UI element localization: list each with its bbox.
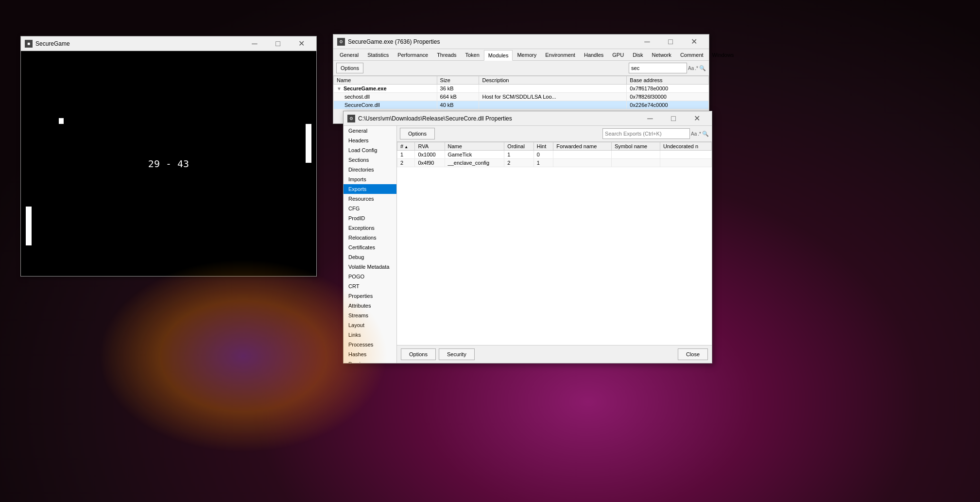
ph-search-go-icon[interactable]: 🔍	[699, 65, 706, 71]
export-ordinal: 2	[504, 159, 533, 167]
col-rva[interactable]: RVA	[415, 142, 445, 151]
export-undecorated	[660, 151, 711, 159]
expand-arrow-icon: ▼	[337, 86, 342, 91]
sidebar-item-attributes[interactable]: Attributes	[344, 301, 396, 311]
sc-footer-security-button[interactable]: Security	[439, 348, 475, 360]
ph-minimize-button[interactable]: ─	[636, 35, 658, 49]
module-base-address: 0x7ff6178e0000	[627, 85, 709, 93]
ph-window-controls: ─ □ ✕	[636, 35, 705, 49]
sidebar-item-streams[interactable]: Streams	[344, 311, 396, 320]
tab-memory[interactable]: Memory	[513, 50, 541, 60]
module-description	[479, 85, 627, 93]
sidebar-item-load-config[interactable]: Load Config	[344, 145, 396, 155]
game-minimize-button[interactable]: ─	[243, 36, 266, 51]
col-symbol-name[interactable]: Symbol name	[611, 142, 660, 151]
sc-exports-table: # RVA Name Ordinal Hint Forwarded name S…	[397, 142, 712, 167]
sidebar-item-pogo[interactable]: POGO	[344, 272, 396, 281]
sidebar-item-properties[interactable]: Properties	[344, 291, 396, 301]
sidebar-item-volatile-metadata[interactable]: Volatile Metadata	[344, 262, 396, 272]
sidebar-item-debug[interactable]: Debug	[344, 252, 396, 262]
ph-search-input[interactable]	[629, 63, 687, 73]
col-size[interactable]: Size	[437, 76, 479, 85]
game-restore-button[interactable]: □	[267, 36, 289, 51]
col-undecorated[interactable]: Undecorated n	[660, 142, 711, 151]
game-close-button[interactable]: ✕	[290, 36, 312, 51]
ph-options-button[interactable]: Options	[336, 63, 363, 73]
sc-minimize-button[interactable]: ─	[639, 111, 661, 126]
export-hint: 0	[533, 151, 553, 159]
table-row[interactable]: SecureCore.dll 40 kB 0x226e74c0000	[334, 101, 709, 109]
sidebar-item-cfg[interactable]: CFG	[344, 204, 396, 213]
sidebar-item-sections[interactable]: Sections	[344, 155, 396, 165]
sc-footer-close-button[interactable]: Close	[678, 348, 708, 360]
ph-restore-button[interactable]: □	[659, 35, 682, 49]
sidebar-item-hashes[interactable]: Hashes	[344, 349, 396, 359]
game-score: 29 - 43	[148, 158, 189, 170]
securecore-properties-window: ⚙ C:\Users\vm\Downloads\Release\SecureCo…	[343, 111, 712, 364]
col-ordinal[interactable]: Ordinal	[504, 142, 533, 151]
sc-footer-options-button[interactable]: Options	[401, 348, 436, 360]
tab-gpu[interactable]: GPU	[608, 50, 628, 60]
tab-statistics[interactable]: Statistics	[363, 50, 393, 60]
sidebar-item-relocations[interactable]: Relocations	[344, 233, 396, 242]
module-name: sechost.dll	[344, 94, 370, 100]
tab-modules[interactable]: Modules	[484, 50, 513, 61]
game-window: ■ SecureGame ─ □ ✕ 29 - 43	[20, 36, 317, 277]
sidebar-item-general[interactable]: General	[344, 126, 396, 136]
tab-network[interactable]: Network	[648, 50, 676, 60]
ph-toolbar: Options Aa .* 🔍	[333, 61, 709, 76]
table-row[interactable]: sechost.dll 664 kB Host for SCM/SDDL/LSA…	[334, 93, 709, 101]
sc-titlebar: ⚙ C:\Users\vm\Downloads\Release\SecureCo…	[344, 111, 712, 126]
col-name[interactable]: Name	[445, 142, 504, 151]
tab-windows[interactable]: Windows	[708, 50, 739, 60]
table-row[interactable]: 1 0x1000 GameTick 1 0	[397, 151, 712, 159]
table-row[interactable]: 2 0x4f90 __enclave_config 2 1	[397, 159, 712, 167]
sidebar-item-certificates[interactable]: Certificates	[344, 242, 396, 252]
sc-options-button[interactable]: Options	[400, 128, 435, 139]
table-row[interactable]: ▼ SecureGame.exe 36 kB 0x7ff6178e0000	[334, 85, 709, 93]
sidebar-item-imports[interactable]: Imports	[344, 174, 396, 184]
col-description[interactable]: Description	[479, 76, 627, 85]
sidebar-item-processes[interactable]: Processes	[344, 340, 396, 349]
ph-titlebar: ⚙ SecureGame.exe (7636) Properties ─ □ ✕	[333, 35, 709, 49]
module-base-address: 0x226e74c0000	[627, 101, 709, 109]
col-forwarded-name[interactable]: Forwarded name	[553, 142, 612, 151]
tab-performance[interactable]: Performance	[393, 50, 432, 60]
sc-restore-button[interactable]: □	[662, 111, 685, 126]
sidebar-item-prodid[interactable]: ProdID	[344, 213, 396, 223]
sidebar-item-exceptions[interactable]: Exceptions	[344, 223, 396, 233]
sc-search-go-icon[interactable]: 🔍	[702, 131, 709, 137]
col-num[interactable]: #	[397, 142, 415, 151]
col-hint[interactable]: Hint	[533, 142, 553, 151]
sidebar-item-resources[interactable]: Resources	[344, 194, 396, 204]
paddle-left	[26, 207, 32, 245]
game-window-title: SecureGame	[35, 40, 243, 47]
tab-token[interactable]: Token	[461, 50, 484, 60]
sidebar-item-headers[interactable]: Headers	[344, 136, 396, 145]
tab-handles[interactable]: Handles	[580, 50, 608, 60]
sidebar-item-crt[interactable]: CRT	[344, 281, 396, 291]
ph-close-button[interactable]: ✕	[683, 35, 705, 49]
module-name-cell: sechost.dll	[334, 93, 437, 101]
sidebar-item-layout[interactable]: Layout	[344, 320, 396, 330]
tab-threads[interactable]: Threads	[432, 50, 461, 60]
export-forwarded	[553, 159, 612, 167]
module-size: 40 kB	[437, 101, 479, 109]
module-name-cell: SecureCore.dll	[334, 101, 437, 109]
tab-comment[interactable]: Comment	[676, 50, 708, 60]
tab-environment[interactable]: Environment	[541, 50, 580, 60]
sidebar-item-directories[interactable]: Directories	[344, 165, 396, 174]
col-name[interactable]: Name	[334, 76, 437, 85]
sidebar-item-links[interactable]: Links	[344, 330, 396, 340]
tab-disk[interactable]: Disk	[628, 50, 647, 60]
ph-window-icon: ⚙	[337, 38, 345, 46]
sc-close-button[interactable]: ✕	[686, 111, 708, 126]
module-name: SecureGame.exe	[344, 86, 387, 91]
sc-search-input[interactable]	[602, 128, 690, 139]
sc-table-container: # RVA Name Ordinal Hint Forwarded name S…	[397, 142, 712, 345]
sidebar-item-preview[interactable]: Preview	[344, 359, 396, 363]
tab-general[interactable]: General	[335, 50, 363, 60]
col-base-address[interactable]: Base address	[627, 76, 709, 85]
sidebar-item-exports[interactable]: Exports	[344, 184, 396, 194]
module-name-cell: ▼ SecureGame.exe	[334, 85, 437, 93]
